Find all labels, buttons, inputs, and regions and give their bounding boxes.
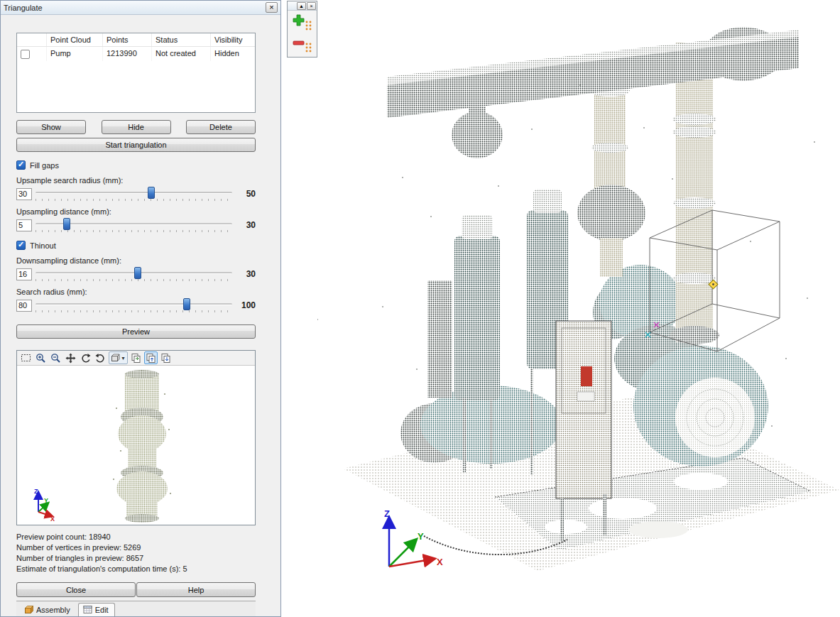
tab-edit-label: Edit — [95, 606, 109, 614]
preview-canvas[interactable]: Z Y X — [17, 366, 255, 525]
preview-axis-z-label: Z — [34, 488, 38, 495]
fill-gaps-checkbox[interactable]: ✓ Fill gaps — [16, 160, 256, 170]
upsample-radius-slider: 30 50 — [16, 187, 256, 201]
remove-points-icon — [292, 36, 313, 54]
checkbox-icon[interactable]: ✓ — [16, 241, 26, 250]
delete-button[interactable]: Delete — [186, 120, 256, 134]
preview-axis-x-label: X — [50, 515, 55, 523]
slider-ticks — [36, 310, 232, 312]
slider-groove — [36, 303, 232, 305]
search-radius-slider: 80 100 — [16, 298, 256, 312]
render-mode-icon — [111, 354, 120, 363]
app-root: Triangulate × Point Cloud Points Status … — [0, 0, 840, 617]
preview-axis-triad: Z Y X — [34, 488, 55, 523]
slider-track[interactable] — [36, 298, 232, 312]
point-cloud-scene: Z Y X — [317, 0, 840, 617]
slider-groove — [36, 192, 232, 194]
preview-button[interactable]: Preview — [16, 324, 256, 339]
table-row[interactable]: ✓ Pump 1213990 Not created Hidden — [17, 47, 255, 61]
thinout-label: Thinout — [30, 241, 56, 250]
zoom-out-icon[interactable] — [49, 351, 62, 364]
pan-icon[interactable] — [64, 351, 77, 364]
upsample-radius-label: Upsample search radius (mm): — [16, 176, 256, 185]
zoom-in-icon[interactable] — [34, 351, 48, 364]
table-header-points: Points — [103, 33, 152, 46]
slider-ticks — [36, 199, 232, 201]
slider-track[interactable] — [36, 267, 232, 281]
tab-assembly-label: Assembly — [36, 606, 70, 614]
assembly-icon — [24, 605, 33, 614]
close-icon[interactable]: × — [266, 2, 278, 13]
downsampling-distance-slider: 16 30 — [16, 267, 256, 281]
cell-status: Not created — [152, 47, 211, 61]
add-points-icon — [292, 13, 313, 32]
preview-pipe — [113, 370, 171, 523]
thinout-checkbox[interactable]: ✓ Thinout — [16, 241, 256, 250]
slider-max-label: 30 — [237, 220, 256, 230]
tab-edit[interactable]: Edit — [78, 603, 115, 616]
axis-y-label: Y — [418, 531, 424, 542]
table-header-check — [17, 33, 47, 46]
table-header-row: Point Cloud Points Status Visibility — [17, 33, 255, 47]
points-mini-toolbar: ▲ × — [287, 1, 317, 58]
remove-points-button[interactable] — [290, 34, 315, 55]
table-header-status: Status — [152, 33, 211, 46]
cell-point-cloud: Pump — [47, 47, 103, 61]
slider-value-box[interactable]: 5 — [16, 219, 32, 231]
dialog-titlebar[interactable]: Triangulate × — [1, 1, 280, 15]
edit-icon — [83, 605, 92, 614]
search-radius-label: Search radius (mm): — [16, 288, 256, 296]
add-points-button[interactable] — [290, 12, 315, 33]
capture-view-icon[interactable] — [144, 351, 158, 364]
slider-max-label: 100 — [237, 300, 256, 310]
table-header-visibility: Visibility — [211, 33, 255, 46]
slider-max-label: 50 — [237, 189, 256, 199]
close-button[interactable]: Close — [16, 582, 136, 597]
slider-max-label: 30 — [237, 269, 256, 279]
viewport-3d[interactable]: Z Y X — [317, 0, 840, 617]
slider-value-box[interactable]: 30 — [16, 188, 32, 200]
preview-point-cloud: Z Y X — [17, 366, 256, 525]
slider-value-box[interactable]: 16 — [16, 268, 32, 280]
tab-assembly[interactable]: Assembly — [19, 603, 77, 616]
chevron-down-icon: ▼ — [121, 356, 126, 361]
export-view-icon[interactable] — [159, 351, 173, 364]
axis-triad: Z Y X — [384, 508, 443, 567]
stat-point-count: Preview point count: 18940 — [16, 532, 256, 542]
slider-track[interactable] — [36, 187, 232, 201]
slider-ticks — [36, 230, 232, 232]
slider-thumb[interactable] — [134, 267, 141, 279]
preview-axis-y-label: Y — [44, 497, 48, 504]
cabinet-red-badge — [581, 366, 592, 386]
stat-triangles: Number of triangles in preview: 8657 — [16, 553, 256, 564]
copy-view-icon[interactable] — [129, 351, 143, 364]
render-mode-dropdown[interactable]: ▼ — [109, 351, 128, 364]
show-button[interactable]: Show — [16, 120, 86, 134]
slider-value-box[interactable]: 80 — [16, 300, 32, 312]
rotate-cw-icon[interactable] — [79, 351, 92, 364]
collapse-icon[interactable]: ▲ — [297, 2, 306, 10]
preview-stats: Preview point count: 18940 Number of ver… — [16, 532, 256, 574]
upsampling-distance-slider: 5 30 — [16, 218, 256, 232]
preview-toolbar: ▼ — [17, 351, 255, 366]
table-header-point-cloud: Point Cloud — [47, 33, 103, 46]
marquee-zoom-icon[interactable] — [19, 351, 33, 364]
slider-thumb[interactable] — [63, 218, 70, 230]
stat-vertices: Number of vertices in preview: 5269 — [16, 542, 256, 553]
mini-close-icon[interactable]: × — [307, 2, 316, 10]
dialog-title: Triangulate — [4, 4, 266, 12]
slider-thumb[interactable] — [148, 187, 155, 199]
start-triangulation-button[interactable]: Start triangulation — [16, 138, 256, 152]
row-checkbox[interactable]: ✓ — [21, 50, 30, 59]
slider-ticks — [36, 279, 232, 281]
mini-toolbar-titlebar[interactable]: ▲ × — [288, 1, 317, 11]
rotate-ccw-icon[interactable] — [94, 351, 107, 364]
slider-thumb[interactable] — [183, 298, 190, 310]
fill-gaps-label: Fill gaps — [30, 161, 59, 170]
hide-button[interactable]: Hide — [102, 120, 171, 134]
slider-track[interactable] — [36, 218, 232, 232]
downsampling-distance-label: Downsampling distance (mm): — [16, 256, 256, 265]
bottom-tabbar: Assembly Edit — [16, 601, 256, 616]
help-button[interactable]: Help — [136, 582, 256, 597]
checkbox-icon[interactable]: ✓ — [16, 160, 26, 170]
